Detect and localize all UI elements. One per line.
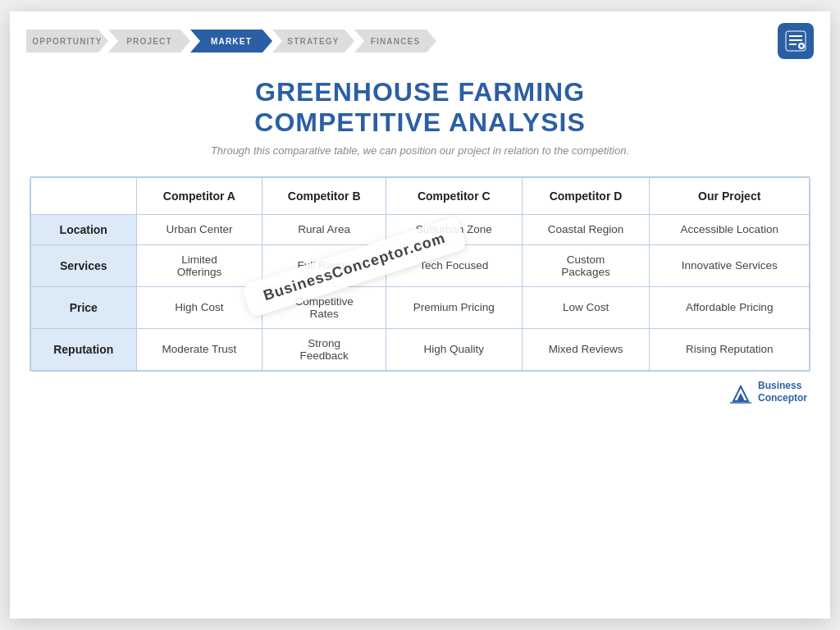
cell-r0-c2: Suburban Zone [386,214,523,244]
cell-r2-c4: Affordable Pricing [650,286,810,328]
col-header-competitor-d: Competitor D [522,177,650,214]
row-label-location: Location [31,214,137,244]
cell-r3-c2: High Quality [386,328,523,370]
title-section: GREENHOUSE FARMING COMPETITIVE ANALYSIS … [10,59,830,162]
footer-logo-text: Business Conceptor [758,380,807,404]
row-label-services: Services [31,244,137,286]
col-header-our-project: Our Project [650,177,810,214]
nav-bar: OPPORTUNITY PROJECT MARKET STRATEGY FINA… [10,11,830,59]
cell-r2-c1: Competitive Rates [262,286,386,328]
table-row: ServicesLimited OfferingsFull RangeTech … [31,244,810,286]
cell-r2-c3: Low Cost [522,286,650,328]
footer-logo: Business Conceptor [728,380,807,404]
row-label-price: Price [31,286,137,328]
nav-icon [778,23,814,59]
col-header-competitor-a: Competitor A [136,177,262,214]
cell-r0-c4: Accessible Location [650,214,810,244]
nav-item-market[interactable]: MARKET [190,30,272,52]
col-header-empty [31,177,137,214]
col-header-competitor-b: Competitor B [262,177,386,214]
cell-r2-c0: High Cost [136,286,262,328]
nav-item-strategy[interactable]: STRATEGY [272,30,354,52]
cell-r3-c3: Mixed Reviews [522,328,650,370]
cell-r1-c0: Limited Offerings [136,244,262,286]
col-header-competitor-c: Competitor C [386,177,523,214]
main-title: GREENHOUSE FARMING COMPETITIVE ANALYSIS [26,77,814,138]
cell-r1-c2: Tech Focused [386,244,523,286]
cell-r1-c3: Custom Packages [522,244,650,286]
table-row: ReputationModerate TrustStrong FeedbackH… [31,328,810,370]
cell-r3-c1: Strong Feedback [262,328,386,370]
cell-r0-c1: Rural Area [262,214,386,244]
table-row: LocationUrban CenterRural AreaSuburban Z… [31,214,810,244]
cell-r3-c4: Rising Reputation [650,328,810,370]
footer: Business Conceptor [10,372,830,404]
table-header-row: Competitor A Competitor B Competitor C C… [31,177,810,214]
slide: OPPORTUNITY PROJECT MARKET STRATEGY FINA… [10,11,830,619]
competitive-analysis-table: Competitor A Competitor B Competitor C C… [30,176,810,372]
cell-r2-c2: Premium Pricing [386,286,523,328]
cell-r1-c4: Innovative Services [650,244,810,286]
row-label-reputation: Reputation [31,328,137,370]
footer-logo-icon [728,380,753,404]
cell-r3-c0: Moderate Trust [136,328,262,370]
subtitle: Through this comparative table, we can p… [26,144,814,157]
cell-r0-c3: Coastal Region [522,214,650,244]
svg-marker-8 [737,393,745,401]
cell-r0-c0: Urban Center [136,214,262,244]
nav-item-finances[interactable]: FINANCES [354,30,436,52]
nav-item-project[interactable]: PROJECT [108,30,190,52]
nav-item-opportunity[interactable]: OPPORTUNITY [26,30,108,52]
cell-r1-c1: Full Range [262,244,386,286]
table-row: PriceHigh CostCompetitive RatesPremium P… [31,286,810,328]
